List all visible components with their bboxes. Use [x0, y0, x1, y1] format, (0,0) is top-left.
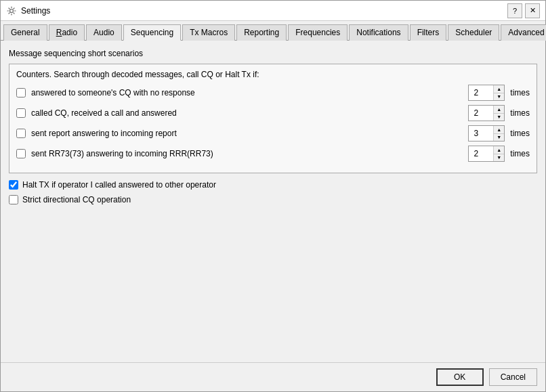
counter2-label: called CQ, received a call and answered	[31, 108, 463, 118]
counter4-value[interactable]	[469, 146, 493, 161]
counter3-value[interactable]	[469, 126, 493, 141]
counter-row-3: sent report answering to incoming report…	[16, 125, 530, 141]
counters-group: Counters. Search through decoded message…	[9, 64, 537, 173]
svg-point-0	[10, 9, 14, 12]
counter3-up[interactable]: ▲	[494, 126, 504, 134]
tab-general[interactable]: General	[3, 24, 47, 41]
counter3-arrows: ▲ ▼	[493, 126, 504, 141]
counter1-checkbox[interactable]	[16, 88, 26, 97]
counter-row-1: answered to someone's CQ with no respons…	[16, 85, 530, 101]
counter2-spinner[interactable]: ▲ ▼	[468, 105, 505, 121]
counter1-up[interactable]: ▲	[494, 85, 504, 93]
counter2-down[interactable]: ▼	[494, 114, 504, 121]
counter1-value[interactable]	[469, 85, 493, 100]
main-content: Message sequencing short scenarios Count…	[1, 41, 545, 362]
strict-cq-row: Strict directional CQ operation	[9, 195, 537, 204]
counter2-value[interactable]	[469, 106, 493, 121]
tab-advanced[interactable]: Advanced	[501, 24, 546, 41]
counter2-arrows: ▲ ▼	[493, 106, 504, 121]
counter4-arrows: ▲ ▼	[493, 146, 504, 161]
tab-frequencies[interactable]: Frequencies	[288, 24, 348, 41]
counter4-up[interactable]: ▲	[494, 146, 504, 154]
counter1-times: times	[510, 88, 530, 97]
close-button[interactable]: ✕	[525, 3, 540, 18]
tab-tx-macros[interactable]: Tx Macros	[182, 24, 235, 41]
title-controls: ? ✕	[507, 3, 540, 18]
strict-cq-label: Strict directional CQ operation	[22, 195, 131, 204]
counter1-down[interactable]: ▼	[494, 93, 504, 101]
counter1-spinner[interactable]: ▲ ▼	[468, 85, 505, 101]
counter3-label: sent report answering to incoming report	[31, 129, 463, 138]
title-bar: Settings ? ✕	[1, 1, 545, 21]
tab-sequencing[interactable]: Sequencing	[123, 24, 181, 41]
counter3-spinner[interactable]: ▲ ▼	[468, 125, 505, 141]
counter3-checkbox[interactable]	[16, 129, 26, 138]
tab-filters[interactable]: Filters	[410, 24, 447, 41]
counter2-checkbox[interactable]	[16, 108, 26, 118]
tab-notifications[interactable]: Notifications	[349, 24, 408, 41]
counter2-up[interactable]: ▲	[494, 106, 504, 114]
tab-audio[interactable]: Audio	[86, 24, 122, 41]
ok-button[interactable]: OK	[436, 368, 484, 386]
counter1-label: answered to someone's CQ with no respons…	[31, 88, 463, 97]
counter4-label: sent RR73(73) answering to incoming RRR(…	[31, 149, 463, 158]
counter3-down[interactable]: ▼	[494, 134, 504, 141]
halt-tx-row: Halt TX if operator I called answered to…	[9, 180, 537, 190]
settings-window: Settings ? ✕ General Radio Audio Sequenc…	[0, 0, 546, 392]
settings-icon	[6, 5, 17, 16]
tab-radio[interactable]: Radio	[49, 24, 85, 41]
halt-tx-checkbox[interactable]	[9, 180, 18, 190]
halt-tx-label: Halt TX if operator I called answered to…	[22, 180, 216, 190]
counter1-arrows: ▲ ▼	[493, 85, 504, 100]
strict-cq-checkbox[interactable]	[9, 195, 18, 204]
counter2-times: times	[510, 108, 530, 118]
counter4-checkbox[interactable]	[16, 149, 26, 158]
group-legend: Counters. Search through decoded message…	[16, 70, 530, 79]
counter4-down[interactable]: ▼	[494, 154, 504, 162]
tab-bar: General Radio Audio Sequencing Tx Macros…	[1, 21, 545, 41]
tab-reporting[interactable]: Reporting	[236, 24, 287, 41]
counter-row-4: sent RR73(73) answering to incoming RRR(…	[16, 146, 530, 162]
help-button[interactable]: ?	[507, 3, 522, 18]
window-title: Settings	[21, 6, 507, 16]
tab-scheduler[interactable]: Scheduler	[448, 24, 499, 41]
section-title: Message sequencing short scenarios	[9, 49, 537, 58]
counter4-spinner[interactable]: ▲ ▼	[468, 146, 505, 162]
cancel-button[interactable]: Cancel	[489, 368, 537, 386]
counter3-times: times	[510, 129, 530, 138]
button-bar: OK Cancel	[1, 362, 545, 391]
counter-row-2: called CQ, received a call and answered …	[16, 105, 530, 121]
counter4-times: times	[510, 149, 530, 158]
